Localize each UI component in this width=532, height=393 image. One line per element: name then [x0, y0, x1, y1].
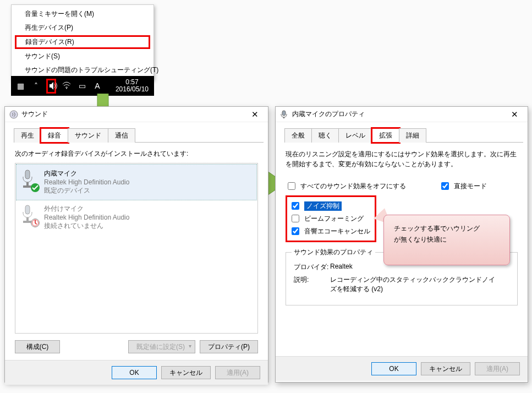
direct-mode-checkbox[interactable]: 直接モード: [439, 181, 487, 192]
tab-communications[interactable]: 通信: [108, 128, 135, 143]
messages-tray-icon[interactable]: ▭: [77, 81, 87, 90]
svg-rect-3: [26, 182, 29, 185]
ctx-item-troubleshoot[interactable]: サウンドの問題のトラブルシューティング(T): [12, 63, 153, 77]
callout-line2: が無くなり快適に: [394, 234, 500, 245]
close-button[interactable]: ✕: [246, 110, 264, 119]
effect-echo-cancel-label: 音響エコーキャンセル: [304, 227, 370, 236]
tab-listen[interactable]: 聴く: [311, 128, 339, 143]
device-name: 外付けマイク: [44, 204, 129, 214]
configure-button[interactable]: 構成(C): [15, 340, 60, 353]
effect-beamforming[interactable]: ビームフォーミング: [289, 213, 370, 224]
direct-mode-label: 直接モード: [454, 182, 487, 191]
cancel-button[interactable]: キャンセル: [161, 366, 211, 379]
ok-button[interactable]: OK: [371, 362, 416, 375]
description-value: レコーディング中のスタティックバッククラウンドノイズを軽減する (v2): [330, 275, 495, 294]
taskbar: ▦ ˄ ▭ A 0:57 2016/05/10: [11, 76, 154, 96]
effects-list: ノイズ抑制 ビームフォーミング 音響エコーキャンセル: [286, 195, 376, 242]
provider-label: プロバイダ:: [294, 263, 330, 272]
effect-echo-cancel[interactable]: 音響エコーキャンセル: [289, 226, 370, 237]
status-ok-icon: [31, 183, 40, 192]
tab-general[interactable]: 全般: [284, 128, 312, 143]
recording-device-list[interactable]: 内蔵マイク Realtek High Definition Audio 既定のデ…: [15, 163, 258, 334]
apply-button[interactable]: 適用(A): [215, 366, 260, 379]
prop-tabs: 全般 聴く レベル 拡張 詳細: [284, 128, 523, 143]
device-name: 内蔵マイク: [44, 169, 129, 178]
taskbar-up-icon[interactable]: ˄: [31, 81, 41, 90]
mic-icon: [20, 204, 39, 226]
prop-window-footer: OK キャンセル 適用(A): [276, 356, 528, 381]
device-internal-mic[interactable]: 内蔵マイク Realtek High Definition Audio 既定のデ…: [17, 165, 256, 200]
description-label: 説明:: [294, 275, 330, 294]
effect-noise-suppression[interactable]: ノイズ抑制: [289, 200, 370, 211]
sound-titlebar[interactable]: サウンド ✕: [5, 107, 268, 122]
device-status: 接続されていません: [44, 221, 129, 231]
device-driver: Realtek High Definition Audio: [44, 178, 129, 186]
ctx-item-sounds[interactable]: サウンド(S): [12, 50, 153, 63]
prop-window-title: 内蔵マイクのプロパティ: [292, 110, 506, 119]
taskbar-clock[interactable]: 0:57 2016/05/10: [116, 79, 154, 93]
ctx-item-recording[interactable]: 録音デバイス(R): [15, 35, 150, 49]
apply-button[interactable]: 適用(A): [475, 362, 520, 375]
tab-recording[interactable]: 録音: [41, 128, 68, 143]
properties-button[interactable]: プロパティ(P): [200, 340, 258, 353]
sound-tabs: 再生 録音 サウンド 通信: [14, 128, 264, 143]
effect-beamforming-label: ビームフォーミング: [304, 214, 364, 223]
cancel-button[interactable]: キャンセル: [421, 362, 470, 375]
tab-playback[interactable]: 再生: [14, 128, 41, 143]
direct-mode-input[interactable]: [441, 182, 449, 190]
svg-point-0: [66, 88, 67, 89]
wifi-tray-icon[interactable]: [62, 81, 72, 91]
ctx-item-playback[interactable]: 再生デバイス(P): [12, 21, 153, 35]
svg-rect-10: [283, 117, 284, 118]
svg-rect-9: [282, 111, 286, 116]
mic-window-icon: [280, 110, 289, 119]
ctx-item-mixer[interactable]: 音量ミキサーを開く(M): [12, 7, 153, 21]
disable-all-effects-label: すべてのサウンド効果をオフにする: [300, 182, 406, 191]
close-button[interactable]: ✕: [506, 110, 523, 119]
svg-rect-6: [26, 217, 29, 221]
tab-advanced[interactable]: 詳細: [399, 128, 426, 143]
ime-a-icon[interactable]: A: [92, 81, 102, 90]
svg-rect-2: [25, 170, 30, 179]
set-default-button[interactable]: 既定値に設定(S): [128, 340, 195, 353]
effect-noise-suppression-label: ノイズ抑制: [304, 201, 342, 211]
disable-all-effects-checkbox[interactable]: すべてのサウンド効果をオフにする: [286, 181, 406, 192]
effect-beamforming-input[interactable]: [292, 215, 299, 222]
device-driver: Realtek High Definition Audio: [44, 214, 129, 221]
taskbar-chart-icon[interactable]: ▦: [15, 81, 25, 90]
disable-all-effects-input[interactable]: [288, 182, 295, 190]
device-external-mic[interactable]: 外付けマイク Realtek High Definition Audio 接続さ…: [17, 200, 256, 235]
status-error-icon: [31, 219, 40, 227]
speaker-tray-icon[interactable]: [46, 79, 56, 94]
sound-window-icon: [9, 110, 18, 119]
prop-titlebar[interactable]: 内蔵マイクのプロパティ ✕: [276, 107, 528, 122]
clock-date: 2016/05/10: [116, 86, 149, 93]
sound-window-footer: OK キャンセル 適用(A): [5, 360, 268, 385]
effect-echo-cancel-input[interactable]: [292, 227, 299, 235]
sound-window: サウンド ✕ 再生 録音 サウンド 通信 次のオーディオ録音デバイスがインストー…: [4, 106, 268, 383]
mic-icon: [20, 169, 39, 191]
annotation-callout: チェックする事でハウリング が無くなり快適に: [383, 215, 510, 265]
provider-value: Realtek: [330, 263, 353, 272]
tab-level[interactable]: レベル: [338, 128, 372, 143]
device-list-instruction: 次のオーディオ録音デバイスがインストールされています:: [15, 149, 258, 159]
effect-noise-suppression-input[interactable]: [292, 202, 299, 210]
callout-line1: チェックする事でハウリング: [394, 223, 500, 234]
device-status: 既定のデバイス: [44, 186, 129, 195]
enhancements-note: 現在のリスニング設定を適用にするにはサウンド効果を選択します。次に再生を開始する…: [286, 149, 518, 169]
tab-enhancements[interactable]: 拡張: [372, 128, 399, 143]
effect-properties-legend: サウンド効果のプロパティ: [292, 248, 375, 257]
ok-button[interactable]: OK: [112, 366, 157, 379]
sound-context-menu: 音量ミキサーを開く(M) 再生デバイス(P) 録音デバイス(R) サウンド(S)…: [11, 4, 154, 80]
svg-point-1: [10, 111, 18, 118]
tab-sounds[interactable]: サウンド: [68, 128, 108, 143]
sound-window-title: サウンド: [21, 110, 246, 119]
svg-rect-5: [25, 205, 30, 214]
